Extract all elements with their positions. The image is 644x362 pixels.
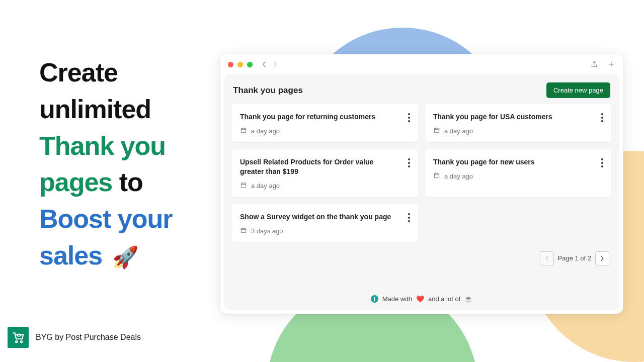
- card-menu-button[interactable]: [406, 111, 412, 124]
- share-icon[interactable]: [590, 60, 598, 68]
- footer-middle: and a lot of: [428, 295, 460, 303]
- calendar-icon: [433, 127, 440, 135]
- pagination: Page 1 of 2: [230, 251, 613, 265]
- svg-point-0: [16, 341, 17, 342]
- page-card[interactable]: Upsell Related Products for Order value …: [232, 149, 418, 197]
- card-meta: a day ago: [240, 127, 409, 135]
- footer-note: i Made with ❤️ and a lot of ☕: [230, 289, 613, 304]
- card-meta: a day ago: [433, 127, 602, 135]
- maximize-dot-icon[interactable]: [247, 62, 253, 67]
- card-timestamp: a day ago: [251, 127, 280, 135]
- card-title: Thank you page for new users: [433, 157, 602, 167]
- card-meta: 3 days ago: [240, 227, 409, 235]
- nav-back-icon[interactable]: [262, 61, 267, 68]
- brand-name: BYG by Post Purchase Deals: [36, 333, 141, 342]
- card-timestamp: a day ago: [444, 172, 473, 180]
- card-timestamp: a day ago: [251, 182, 280, 190]
- brand-footer: BYG by Post Purchase Deals: [8, 327, 141, 348]
- svg-rect-5: [434, 173, 439, 178]
- svg-rect-4: [241, 183, 246, 188]
- pager-prev-button[interactable]: [540, 251, 554, 265]
- card-meta: a day ago: [240, 182, 409, 190]
- card-menu-button[interactable]: [599, 111, 605, 124]
- card-timestamp: 3 days ago: [251, 227, 283, 235]
- card-menu-button[interactable]: [406, 211, 412, 224]
- page-card[interactable]: Thank you page for returning customersa …: [232, 104, 418, 142]
- card-title: Upsell Related Products for Order value …: [240, 157, 409, 176]
- rocket-icon: 🚀: [112, 245, 138, 269]
- card-title: Thank you page for USA customers: [433, 112, 602, 122]
- create-new-page-button[interactable]: Create new page: [546, 82, 610, 98]
- heart-icon: ❤️: [416, 295, 424, 303]
- calendar-icon: [433, 172, 440, 180]
- footer-prefix: Made with: [382, 295, 412, 303]
- calendar-icon: [240, 127, 247, 135]
- app-window: Thank you pages Create new page Thank yo…: [220, 54, 623, 314]
- page-card[interactable]: Thank you page for new usersa day ago: [425, 149, 611, 197]
- pager-label: Page 1 of 2: [558, 254, 592, 262]
- headline-line1: Create unlimited: [39, 58, 151, 124]
- card-title: Thank you page for returning customers: [240, 112, 409, 122]
- svg-rect-2: [241, 128, 246, 133]
- card-menu-button[interactable]: [599, 156, 605, 169]
- svg-rect-3: [434, 128, 439, 133]
- plus-icon[interactable]: [607, 60, 615, 68]
- minimize-dot-icon[interactable]: [237, 62, 243, 67]
- headline-highlight-2: Boost your sales: [39, 204, 172, 270]
- marketing-headline: Create unlimited Thank you pages to Boos…: [39, 54, 210, 274]
- page-card-grid: Thank you page for returning customersa …: [230, 104, 613, 242]
- headline-middle: to: [119, 167, 143, 197]
- pager-next-button[interactable]: [595, 251, 609, 265]
- window-body: Thank you pages Create new page Thank yo…: [224, 74, 619, 310]
- svg-point-1: [21, 341, 22, 342]
- card-meta: a day ago: [433, 172, 602, 180]
- coffee-icon: ☕: [464, 295, 472, 303]
- svg-rect-6: [241, 228, 246, 232]
- headline-highlight-1: Thank you pages: [39, 131, 166, 197]
- nav-forward-icon[interactable]: [273, 61, 278, 68]
- brand-logo: [8, 327, 29, 348]
- card-title: Show a Survey widget on the thank you pa…: [240, 212, 409, 222]
- page-card[interactable]: Show a Survey widget on the thank you pa…: [232, 204, 418, 242]
- window-titlebar: [220, 54, 623, 74]
- card-menu-button[interactable]: [406, 156, 412, 169]
- page-title: Thank you pages: [233, 85, 303, 96]
- calendar-icon: [240, 227, 247, 235]
- calendar-icon: [240, 182, 247, 190]
- close-dot-icon[interactable]: [228, 62, 233, 67]
- info-icon: i: [371, 295, 378, 303]
- card-timestamp: a day ago: [444, 127, 473, 135]
- page-card[interactable]: Thank you page for USA customersa day ag…: [425, 104, 611, 142]
